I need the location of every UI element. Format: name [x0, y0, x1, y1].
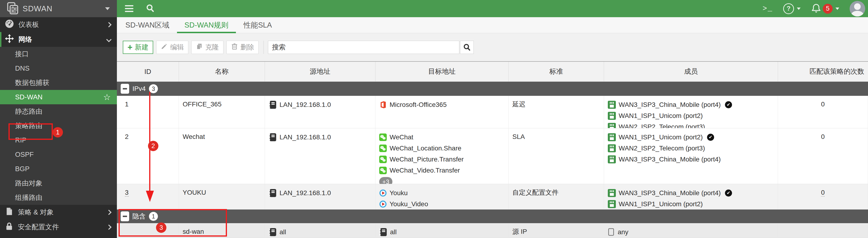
column-header-destination[interactable]: 目标地址 [375, 62, 508, 81]
sidebar-item-dashboard[interactable]: 仪表板 [0, 17, 117, 32]
sidebar-item-packet-capture[interactable]: 数据包捕获 [0, 75, 117, 90]
destination-item: WeChat_Picture.Transfer [379, 154, 508, 165]
sidebar-item-label: RIP [15, 136, 26, 144]
column-header-criteria[interactable]: 标准 [508, 62, 604, 81]
cell-destinations: WeChat WeChat_Location.Share WeChat_Pict… [375, 128, 508, 184]
sidebar-item-security-profiles[interactable]: 安全配置文件 [0, 219, 117, 235]
sidebar-item-label: 接口 [15, 49, 29, 59]
star-icon[interactable]: ☆ [103, 92, 111, 102]
member-item: WAN1_ISP1_Unicom (port2) [608, 199, 778, 209]
search-input[interactable] [268, 41, 459, 54]
sidebar-item-dns[interactable]: DNS [0, 61, 117, 75]
sidebar-item-sdwan[interactable]: SD-WAN ☆ [0, 90, 117, 104]
destination-item: Microsoft-Office365 [379, 99, 508, 110]
interface-icon [608, 144, 616, 152]
more-destinations-badge[interactable]: +3 [379, 177, 393, 184]
any-icon [608, 228, 615, 236]
chevron-down-icon [797, 7, 801, 10]
destination-item: WeChat_Location.Share [379, 143, 508, 154]
sidebar-item-network[interactable]: 网络 [0, 32, 117, 47]
help-menu[interactable]: ? [783, 3, 801, 14]
menu-toggle-icon[interactable] [125, 5, 133, 12]
member-item: WAN1_ISP1_Unicom (port2) [608, 110, 778, 121]
create-new-button[interactable]: + 新建 [123, 41, 153, 54]
sidebar-item-policy-objects[interactable]: 策略 & 对象 [0, 205, 117, 219]
interface-icon [608, 200, 616, 208]
cli-console-icon[interactable]: >_ [763, 4, 773, 13]
sidebar-item-interfaces[interactable]: 接口 [0, 47, 117, 61]
destination-item: Youku_Video [379, 199, 508, 209]
search-button[interactable] [460, 41, 474, 54]
cell-id: 1 [117, 96, 179, 128]
sidebar-item-label: 路由对象 [15, 179, 42, 188]
pencil-icon [161, 43, 168, 52]
group-label: 隐含 [132, 212, 146, 221]
network-submenu: 接口 DNS 数据包捕获 SD-WAN ☆ 静态路由 策略路由 RIP OSPF… [0, 47, 117, 205]
cell-name: OFFICE_365 [179, 96, 265, 128]
avatar[interactable] [849, 1, 865, 16]
edit-button[interactable]: 编辑 [156, 41, 188, 54]
vdom-caret-icon[interactable] [105, 7, 110, 10]
table-header: ID 名称 源地址 目标地址 标准 成员 匹配该策略的次数 [117, 62, 868, 82]
office365-icon [379, 101, 387, 108]
sidebar-item-ospf[interactable]: OSPF [0, 147, 117, 162]
column-header-id[interactable]: ID [117, 62, 179, 81]
sidebar-item-label: 数据包捕获 [15, 78, 49, 88]
member-item: any [608, 227, 778, 238]
top-bar: SDWAN >_ ? 5 [0, 0, 868, 17]
column-header-name[interactable]: 名称 [179, 62, 265, 81]
clone-button[interactable]: 克隆 [191, 41, 223, 54]
cell-hit-count: 0 [778, 128, 868, 184]
tab-performance-sla[interactable]: 性能SLA [244, 17, 272, 33]
youku-icon [379, 189, 387, 197]
tab-label: SD-WAN区域 [125, 20, 169, 30]
column-header-source[interactable]: 源地址 [265, 62, 375, 81]
move-icon [5, 34, 14, 45]
destination-item: Youku [379, 188, 508, 199]
selected-check-icon: ✔ [725, 190, 732, 197]
table-row[interactable]: sd-wan all all 源 IP any [117, 223, 868, 238]
notification-menu[interactable]: 5 [811, 3, 839, 14]
interface-icon [608, 101, 616, 109]
sidebar-item-bgp[interactable]: BGP [0, 162, 117, 176]
column-header-hit-count[interactable]: 匹配该策略的次数 [778, 62, 868, 81]
sidebar-item-multicast-routes[interactable]: 组播路由 [0, 191, 117, 205]
tab-sdwan-zones[interactable]: SD-WAN区域 [125, 17, 169, 33]
interface-icon [608, 156, 616, 163]
sidebar-item-static-routes[interactable]: 静态路由 [0, 104, 117, 118]
address-icon [269, 228, 277, 236]
gauge-icon [5, 19, 14, 30]
cell-name: sd-wan [179, 223, 265, 238]
global-search-icon[interactable] [146, 4, 155, 14]
wechat-icon [379, 144, 387, 152]
cell-id [117, 223, 179, 238]
sidebar-item-label: 策略路由 [15, 121, 42, 131]
address-icon [269, 133, 277, 141]
tab-sdwan-rules[interactable]: SD-WAN规则 [185, 17, 228, 33]
member-item: WAN3_ISP3_China_Mobile (port4) ✔ [608, 188, 778, 199]
sidebar-item-label: 组播路由 [15, 193, 42, 202]
delete-button[interactable]: 删除 [226, 41, 258, 54]
cell-members: any [604, 223, 778, 238]
collapse-icon[interactable] [121, 84, 129, 94]
sidebar-item-rip[interactable]: RIP [0, 133, 117, 147]
column-header-members[interactable]: 成员 [604, 62, 778, 81]
table-row[interactable]: 1 OFFICE_365 LAN_192.168.1.0 Microsoft-O… [117, 96, 868, 128]
member-item: WAN3_ISP3_China_Mobile (port4) ✔ [608, 99, 778, 110]
plus-icon: + [127, 43, 132, 52]
group-header-ipv4[interactable]: IPv4 3 [117, 82, 868, 96]
table-row[interactable]: 2 Wechat LAN_192.168.1.0 WeChat WeChat_L… [117, 128, 868, 184]
group-header-implicit[interactable]: 隐含 1 [117, 209, 868, 223]
interface-icon [608, 189, 616, 197]
table-row[interactable]: 3 YOUKU LAN_192.168.1.0 Youku Youku_Vide… [117, 184, 868, 209]
sidebar-item-label: OSPF [15, 151, 34, 159]
collapse-icon[interactable] [121, 211, 129, 221]
sidebar-item-policy-routes[interactable]: 策略路由 [0, 118, 117, 133]
interface-icon [608, 133, 616, 141]
sidebar-item-routing-objects[interactable]: 路由对象 [0, 176, 117, 191]
cell-criteria: SLA [508, 128, 604, 184]
cell-hit-count [778, 223, 868, 238]
selected-check-icon: ✔ [725, 101, 732, 108]
logo-area[interactable]: SDWAN [0, 0, 117, 17]
member-item: WAN2_ISP2_Telecom (port3) [608, 143, 778, 154]
